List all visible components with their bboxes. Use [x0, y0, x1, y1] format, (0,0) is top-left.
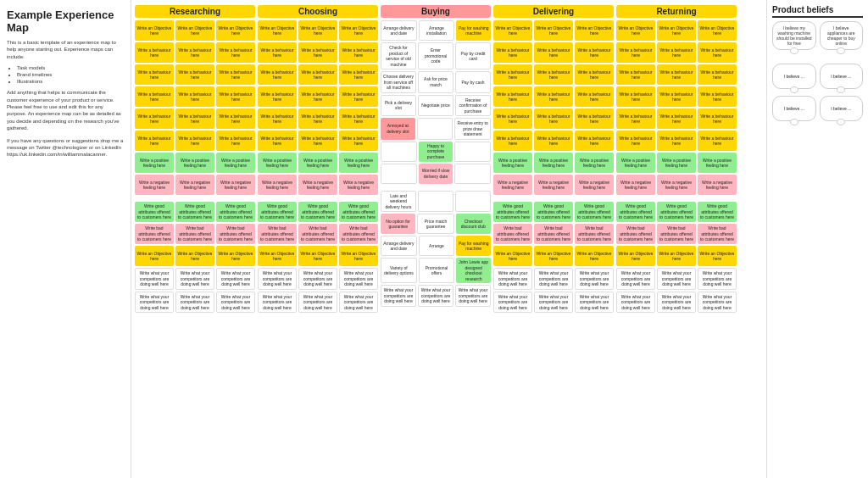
card: Write a behaviour here: [534, 131, 573, 151]
card: Write what your competitors are doing we…: [534, 292, 573, 314]
card: Write a behaviour here: [493, 64, 532, 85]
card: [455, 191, 491, 213]
card: Write good attributes offered to custome…: [493, 202, 532, 222]
card: Write an Objective here: [135, 246, 174, 266]
card: Write a behaviour here: [135, 108, 174, 129]
card: Write a negative feeling here: [616, 175, 655, 195]
card: Promotional offers: [419, 258, 455, 283]
card: Write a behaviour here: [534, 108, 573, 129]
card: Write a negative feeling here: [216, 175, 255, 195]
behaviour-row: Write a behaviour here Write a behaviour…: [616, 64, 737, 85]
behaviour-row: Check for product of service of old mach…: [381, 42, 491, 69]
card: Write what your competitors are doing we…: [534, 268, 573, 290]
card: Write an Objective here: [575, 246, 614, 266]
experience-grid: Researching Write an Objective here Writ…: [135, 5, 763, 313]
card: Write an Objective here: [258, 246, 297, 266]
card: Write good attributes offered to custome…: [339, 202, 378, 222]
card: Write a behaviour here: [175, 42, 214, 63]
card: Write what your competitors are doing we…: [657, 268, 696, 290]
card: Write a behaviour here: [698, 86, 737, 107]
phase-header-delivering: Delivering: [493, 5, 614, 18]
card: Write a behaviour here: [216, 42, 255, 63]
card: Write a behaviour here: [216, 131, 255, 151]
card: Write bad attributes offered to customer…: [175, 224, 214, 244]
card: Write a behaviour here: [616, 108, 655, 129]
card: Write a behaviour here: [135, 64, 174, 85]
card: Write an Objective here: [175, 20, 214, 41]
doing-row: Write what your competitors are doing we…: [493, 268, 614, 290]
card: Write a behaviour here: [698, 108, 737, 129]
card: Write an Objective here: [298, 246, 337, 266]
card: Write a behaviour here: [657, 42, 696, 63]
card: Write a behaviour here: [616, 86, 655, 107]
belief-cloud-text-1: I believe my washing machine should be i…: [776, 25, 812, 46]
card: Write a positive feeling here: [534, 153, 573, 173]
sidebar-title: Example Experience Map: [7, 8, 124, 34]
card: Write a behaviour here: [339, 64, 378, 85]
card: [417, 118, 453, 140]
card: Arrange delivery and date: [381, 236, 417, 256]
card: Write good attributes offered to custome…: [135, 202, 174, 222]
phase-researching: Researching Write an Objective here Writ…: [135, 5, 255, 313]
card: Write a behaviour here: [258, 131, 297, 151]
card: Write what your competitors are doing we…: [575, 268, 614, 290]
beliefs-section: Product beliefs I believe my washing mac…: [766, 0, 868, 478]
card: Write an Objective here: [216, 246, 255, 266]
behaviour-row2: Choose delivery from service off all mac…: [381, 71, 491, 93]
behaviour-row: Write a behaviour here Write a behaviour…: [258, 86, 378, 107]
list-item: Brand timelines: [17, 72, 124, 77]
card: Write what your competitors are doing we…: [698, 268, 737, 290]
card: Write good attributes offered to custome…: [575, 202, 614, 222]
bad-row: Write bad attributes offered to customer…: [135, 224, 255, 244]
card: Write a behaviour here: [216, 86, 255, 107]
card: Pay for washing machine: [456, 236, 491, 256]
card: [418, 191, 453, 213]
card: Write what your competitors are doing we…: [135, 268, 174, 290]
doing-row2: Write what your competitors are doing we…: [258, 292, 378, 314]
behaviour-row: Write a behaviour here Write a behaviour…: [135, 86, 255, 107]
card: Write an Objective here: [175, 246, 214, 266]
card: Write what your competitors are doing we…: [575, 292, 614, 314]
card: Write a behaviour here: [493, 42, 532, 63]
phase-delivering: Delivering Write an Objective here Write…: [493, 5, 614, 313]
behaviour-row: Write a behaviour here Write a behaviour…: [493, 42, 614, 63]
card: John Lewis app designed checkout researc…: [456, 258, 491, 283]
card: Write a behaviour here: [657, 108, 696, 129]
card: Write a positive feeling here: [575, 153, 614, 173]
sidebar-links: If you have any questions or suggestions…: [7, 137, 124, 158]
behaviour-row: Write a behaviour here Write a behaviour…: [616, 131, 737, 151]
bad-row: Write bad attributes offered to customer…: [258, 224, 378, 244]
card: Write an Objective here: [616, 20, 655, 41]
list-item: Task models: [17, 65, 124, 70]
card: Write bad attributes offered to customer…: [339, 224, 378, 244]
card: Write a behaviour here: [698, 64, 737, 85]
card: Write a behaviour here: [575, 64, 614, 85]
behaviour-row3: Pick a delivery slot Negotiate price Rec…: [381, 95, 491, 117]
card: Write a behaviour here: [339, 42, 378, 63]
card: Write a behaviour here: [657, 86, 696, 107]
card: Write a behaviour here: [258, 42, 297, 63]
belief-single-2: I believe ...: [820, 64, 864, 89]
card: Choose delivery from service off all mac…: [381, 71, 416, 93]
card: Write an Objective here: [616, 246, 655, 266]
card: Write a positive feeling here: [216, 153, 255, 173]
card: Write a positive feeling here: [698, 153, 737, 173]
card: Write a behaviour here: [216, 64, 255, 85]
card: Write what your competitors are doing we…: [616, 292, 655, 314]
objective-row2: Arrange delivery and date Arrange Pay fo…: [381, 236, 491, 256]
card: Write what your competitors are doing we…: [175, 292, 214, 314]
card: Write an Objective here: [575, 20, 614, 41]
good-row: Write good attributes offered to custome…: [258, 202, 378, 222]
card: Write an Objective here: [298, 20, 337, 41]
card: Write a behaviour here: [298, 42, 337, 63]
positive-row: Happy to complete purchase: [381, 142, 491, 162]
card: Arrange delivery and date: [381, 20, 417, 41]
card: Write a behaviour here: [657, 131, 696, 151]
card: Write what your competitors are doing we…: [698, 292, 737, 314]
card: Write a behaviour here: [175, 64, 214, 85]
card: Write a behaviour here: [135, 42, 174, 63]
card: Write bad attributes offered to customer…: [616, 224, 655, 244]
card: Write bad attributes offered to customer…: [135, 224, 174, 244]
card: Write an Objective here: [493, 246, 532, 266]
card: Write a behaviour here: [534, 64, 573, 85]
